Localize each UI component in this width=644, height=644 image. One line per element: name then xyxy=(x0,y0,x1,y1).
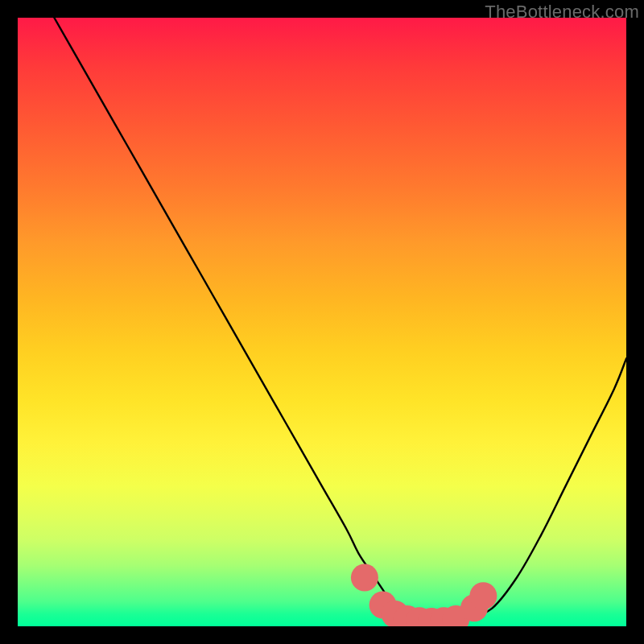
marker-flat-left xyxy=(351,564,378,592)
chart-plot-area xyxy=(18,18,626,626)
watermark-text: TheBottleneck.com xyxy=(485,2,639,23)
bottleneck-curve-path xyxy=(54,18,626,623)
marker-flat-right2 xyxy=(469,582,497,609)
bottleneck-curve xyxy=(54,18,626,623)
flat-region-markers xyxy=(351,564,497,626)
chart-frame: TheBottleneck.com xyxy=(0,0,644,644)
chart-svg xyxy=(18,18,626,626)
